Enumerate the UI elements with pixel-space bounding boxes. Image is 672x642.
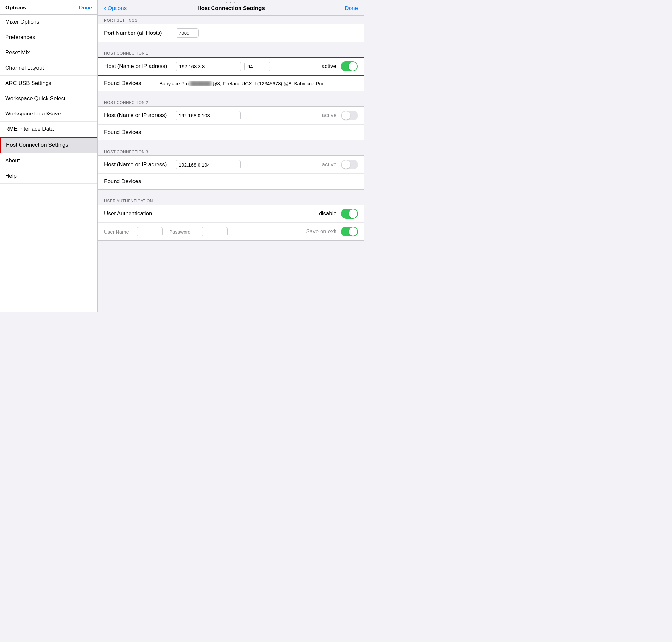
host-1-found-devices-row: Found Devices: Babyface Pro ██████ @8, F… bbox=[98, 75, 365, 91]
host-connection-1-header: HOST CONNECTION 1 bbox=[98, 49, 365, 57]
user-auth-label: User Authentication bbox=[104, 210, 176, 217]
port-number-row: Port Number (all Hosts) bbox=[98, 24, 365, 42]
host-1-input[interactable] bbox=[176, 62, 241, 71]
sidebar-menu: Mixer Options Preferences Reset Mix Chan… bbox=[0, 15, 97, 184]
main-done-button[interactable]: Done bbox=[345, 5, 358, 12]
header-dots: • • • bbox=[226, 1, 237, 4]
host-connection-2-section: HOST CONNECTION 2 Host (Name or IP adres… bbox=[98, 98, 365, 147]
sidebar: Options Done Mixer Options Preferences R… bbox=[0, 0, 98, 312]
host-2-toggle[interactable] bbox=[341, 111, 358, 120]
main-header: ‹ Options • • • Host Connection Settings… bbox=[98, 0, 365, 16]
port-number-input[interactable] bbox=[176, 28, 199, 38]
host-1-found-devices-value: Babyface Pro ██████ @8, Fireface UCX II … bbox=[160, 81, 358, 86]
user-auth-row: User Authentication disable bbox=[98, 205, 365, 223]
sidebar-item-workspace-quick-select[interactable]: Workspace Quick Select bbox=[0, 91, 97, 106]
host-3-found-devices-label: Found Devices: bbox=[104, 178, 156, 185]
host-connection-2-body: Host (Name or IP adress) active Found De… bbox=[98, 106, 365, 141]
back-label: Options bbox=[108, 5, 127, 12]
user-auth-toggle[interactable] bbox=[341, 209, 358, 219]
sidebar-header: Options Done bbox=[0, 0, 97, 15]
sidebar-item-about[interactable]: About bbox=[0, 153, 97, 168]
sidebar-item-channel-layout[interactable]: Channel Layout bbox=[0, 61, 97, 76]
port-settings-body: Port Number (all Hosts) bbox=[98, 24, 365, 42]
port-settings-header: PORT SETTINGS bbox=[98, 16, 365, 24]
back-button[interactable]: ‹ Options bbox=[104, 4, 127, 12]
password-label: Password bbox=[169, 229, 202, 234]
host-connection-2-row: Host (Name or IP adress) active bbox=[98, 107, 365, 125]
save-on-exit-label: Save on exit bbox=[306, 228, 337, 235]
bottom-spacer bbox=[98, 247, 365, 312]
host-1-toggle[interactable] bbox=[341, 62, 358, 71]
user-auth-body: User Authentication disable User Name Pa… bbox=[98, 205, 365, 241]
host-3-input[interactable] bbox=[176, 160, 241, 169]
sidebar-item-rme-interface-data[interactable]: RME Interface Data bbox=[0, 121, 97, 137]
user-auth-header: USER AUTHENTICATION bbox=[98, 196, 365, 205]
user-authentication-section: USER AUTHENTICATION User Authentication … bbox=[98, 196, 365, 247]
username-input[interactable] bbox=[137, 227, 163, 236]
sidebar-done-button[interactable]: Done bbox=[79, 4, 92, 11]
save-on-exit-toggle[interactable] bbox=[341, 227, 358, 236]
host-2-input[interactable] bbox=[176, 111, 241, 120]
sidebar-item-host-connection-settings[interactable]: Host Connection Settings bbox=[0, 137, 97, 153]
username-label: User Name bbox=[104, 229, 137, 234]
host-2-found-devices-label: Found Devices: bbox=[104, 129, 156, 136]
host-2-status: active bbox=[322, 112, 337, 119]
sidebar-item-arc-usb-settings[interactable]: ARC USB Settings bbox=[0, 76, 97, 91]
host-3-status: active bbox=[322, 161, 337, 168]
sidebar-item-workspace-load-save[interactable]: Workspace Load/Save bbox=[0, 106, 97, 121]
host-2-found-devices-row: Found Devices: bbox=[98, 125, 365, 140]
sidebar-item-preferences[interactable]: Preferences bbox=[0, 30, 97, 45]
host-1-port-input[interactable] bbox=[244, 62, 270, 71]
host-3-toggle[interactable] bbox=[341, 160, 358, 169]
back-chevron-icon: ‹ bbox=[104, 4, 106, 12]
sidebar-item-help[interactable]: Help bbox=[0, 168, 97, 184]
host-3-label: Host (Name or IP adress) bbox=[104, 161, 176, 168]
sidebar-title: Options bbox=[5, 4, 26, 11]
host-1-status: active bbox=[322, 63, 336, 69]
sidebar-item-mixer-options[interactable]: Mixer Options bbox=[0, 15, 97, 30]
user-auth-status: disable bbox=[319, 210, 337, 217]
password-input[interactable] bbox=[202, 227, 228, 236]
host-2-label: Host (Name or IP adress) bbox=[104, 112, 176, 119]
host-1-found-devices-label: Found Devices: bbox=[104, 80, 156, 87]
host-1-label: Host (Name or IP adress) bbox=[104, 63, 176, 69]
blurred-device-id: ██████ bbox=[190, 81, 211, 86]
host-connection-3-body: Host (Name or IP adress) active Found De… bbox=[98, 155, 365, 190]
user-credentials-row: User Name Password Save on exit bbox=[98, 223, 365, 240]
host-connection-1-body: Host (Name or IP adress) active Found De… bbox=[98, 57, 365, 91]
port-settings-section: PORT SETTINGS Port Number (all Hosts) bbox=[98, 16, 365, 49]
host-connection-1-row: Host (Name or IP adress) active bbox=[98, 57, 365, 76]
main-panel: ‹ Options • • • Host Connection Settings… bbox=[98, 0, 365, 312]
host-connection-2-header: HOST CONNECTION 2 bbox=[98, 98, 365, 106]
port-number-label: Port Number (all Hosts) bbox=[104, 30, 176, 36]
sidebar-item-reset-mix[interactable]: Reset Mix bbox=[0, 45, 97, 61]
host-connection-3-section: HOST CONNECTION 3 Host (Name or IP adres… bbox=[98, 147, 365, 196]
main-title: Host Connection Settings bbox=[197, 5, 265, 12]
host-connection-3-row: Host (Name or IP adress) active bbox=[98, 156, 365, 174]
host-3-found-devices-row: Found Devices: bbox=[98, 174, 365, 189]
host-connection-1-section: HOST CONNECTION 1 Host (Name or IP adres… bbox=[98, 49, 365, 98]
host-connection-3-header: HOST CONNECTION 3 bbox=[98, 147, 365, 155]
